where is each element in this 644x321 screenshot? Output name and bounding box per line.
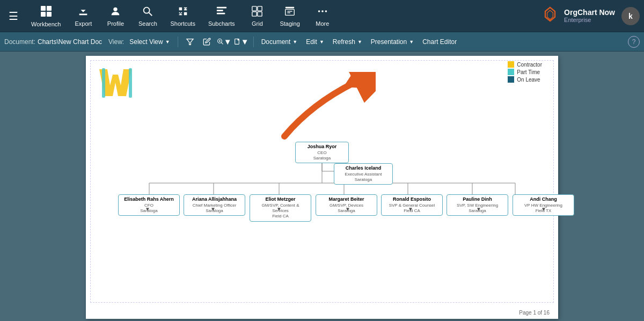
zoom-button[interactable]: ▼ [217, 34, 232, 49]
brand: OrgChart Now Enterprise [540, 6, 615, 26]
report-node-1[interactable]: Ariana Allisjahhana Chief Marketing Offi… [184, 194, 245, 216]
report-4-arrow: ▼ [408, 206, 413, 212]
presentation-button[interactable]: Presentation ▼ [368, 37, 417, 47]
svg-rect-2 [41, 12, 46, 17]
chart-editor-button[interactable]: Chart Editor [419, 37, 460, 47]
search-icon [142, 5, 153, 19]
report-0-arrow: ▼ [145, 206, 150, 212]
report-node-3[interactable]: Margaret Beiter GM/SVP, Devices Saratoga [316, 194, 377, 216]
chart-page: Contractor Part Time On Leave [86, 56, 558, 319]
report-node-5[interactable]: Pauline Dinh SVP, SW Engineering Saratog… [447, 194, 508, 216]
nav-subcharts[interactable]: Subcharts [202, 3, 241, 29]
report-4-name: Ronald Esposito [385, 196, 439, 203]
canvas-area: Contractor Part Time On Leave [0, 52, 644, 321]
svg-rect-7 [217, 6, 226, 8]
nav-more[interactable]: More [306, 3, 339, 29]
svg-rect-9 [217, 12, 225, 14]
svg-rect-30 [102, 68, 105, 98]
svg-point-4 [114, 7, 118, 11]
company-logo [97, 64, 140, 101]
document-menu-label: Document [261, 38, 291, 46]
select-view-button[interactable]: Select View ▼ [126, 37, 173, 47]
hamburger-icon[interactable]: ☰ [4, 5, 23, 27]
nav-more-label: More [316, 20, 329, 27]
legend-contractor-label: Contractor [517, 62, 542, 68]
ceo-name: Joshua Ryor [299, 144, 345, 150]
filter-button[interactable] [182, 34, 197, 49]
presentation-label: Presentation [371, 38, 407, 46]
report-6-name: Andi Chang [516, 196, 570, 203]
report-1-arrow: ▼ [210, 206, 216, 212]
document-label: Document: [4, 38, 35, 46]
report-2-arrow: ▼ [276, 206, 282, 212]
report-node-4[interactable]: Ronald Esposito SVP & General Counsel Fi… [381, 194, 443, 216]
nav-shortcuts[interactable]: Shortcuts [164, 3, 201, 29]
top-nav: ☰ Workbench Export Profile [0, 0, 644, 32]
chart-legend: Contractor Part Time On Leave [508, 61, 542, 84]
profile-icon [109, 5, 121, 19]
legend-parttime-label: Part Time [517, 69, 540, 75]
nav-staging-label: Staging [280, 20, 299, 27]
user-avatar[interactable]: k [621, 7, 640, 25]
document-menu-button[interactable]: Document ▼ [258, 37, 301, 47]
toolbar-divider-1 [178, 37, 178, 47]
nav-search-label: Search [138, 20, 157, 27]
shortcuts-icon [177, 5, 189, 19]
edit-menu-label: Edit [306, 38, 317, 46]
legend-contractor: Contractor [508, 61, 542, 68]
ea-node[interactable]: Charles Iceland Executive Assistant Sara… [334, 163, 393, 185]
ceo-node[interactable]: Joshua Ryor CEO Saratoga [295, 142, 349, 163]
zoom-chevron: ▼ [224, 37, 232, 46]
refresh-button[interactable]: Refresh ▼ [330, 37, 365, 47]
svg-rect-1 [47, 6, 52, 11]
report-6-arrow: ▼ [541, 206, 546, 212]
report-node-0[interactable]: Elisabeth Rahs Ahern CFO Saratoga [118, 194, 180, 216]
subcharts-icon [216, 5, 228, 19]
svg-marker-45 [343, 75, 362, 88]
nav-shortcuts-label: Shortcuts [170, 20, 195, 27]
legend-parttime-color [508, 69, 514, 75]
nav-grid[interactable]: Grid [241, 3, 273, 29]
edit-pen-button[interactable] [200, 34, 215, 49]
page-button[interactable]: ▼ [234, 34, 249, 49]
brand-title: OrgChart Now [564, 8, 615, 17]
report-1-name: Ariana Allisjahhana [187, 196, 241, 203]
report-3-arrow: ▼ [345, 206, 350, 212]
toolbar: Document: Charts\New Chart Doc View: Sel… [0, 32, 644, 52]
svg-rect-13 [258, 11, 262, 16]
nav-staging[interactable]: Staging [273, 3, 306, 29]
view-label: View: [108, 38, 124, 46]
chart-editor-label: Chart Editor [422, 38, 457, 46]
nav-export-label: Export [75, 20, 92, 27]
svg-rect-12 [252, 11, 257, 16]
svg-rect-15 [286, 9, 295, 15]
legend-onleave-label: On Leave [517, 77, 540, 83]
report-node-6[interactable]: Andi Chang VP HW Engineering Field TX [513, 194, 574, 216]
legend-onleave-color [508, 76, 514, 83]
export-icon [77, 5, 89, 19]
staging-icon [284, 5, 296, 19]
workbench-icon [40, 5, 53, 20]
svg-marker-21 [545, 7, 555, 20]
nav-workbench-label: Workbench [31, 21, 61, 27]
legend-onleave: On Leave [508, 76, 542, 83]
help-button[interactable]: ? [628, 36, 640, 48]
more-icon [317, 5, 328, 19]
nav-profile[interactable]: Profile [99, 3, 131, 29]
legend-contractor-color [508, 61, 514, 68]
svg-rect-31 [129, 68, 132, 98]
nav-export[interactable]: Export [67, 3, 99, 29]
report-5-name: Pauline Dinh [450, 196, 504, 203]
edit-menu-button[interactable]: Edit ▼ [303, 37, 327, 47]
report-2-name: Eliot Metzger [253, 196, 308, 203]
nav-subcharts-label: Subcharts [208, 20, 235, 27]
ceo-location: Saratoga [299, 156, 345, 161]
svg-point-20 [325, 10, 327, 12]
nav-search[interactable]: Search [131, 3, 164, 29]
report-0-name: Elisabeth Rahs Ahern [122, 196, 176, 203]
svg-marker-22 [547, 10, 553, 19]
report-2-loc: Field CA [253, 214, 308, 219]
ea-location: Saratoga [338, 177, 389, 183]
svg-rect-14 [286, 6, 295, 8]
nav-workbench[interactable]: Workbench [25, 3, 67, 30]
